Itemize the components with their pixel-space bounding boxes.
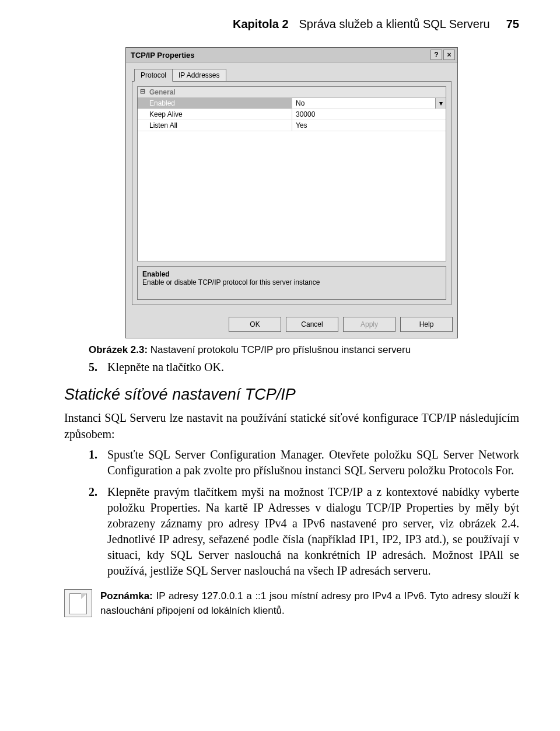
tab-ip-addresses[interactable]: IP Addresses — [172, 69, 226, 82]
step-1: 1. Spusťte SQL Server Configuration Mana… — [89, 447, 519, 478]
note-label: Poznámka: — [100, 590, 153, 601]
step-5: 5. Klepněte na tlačítko OK. — [89, 359, 519, 375]
step-2: 2. Klepněte pravým tlačítkem myši na mož… — [89, 484, 519, 579]
prop-row-enabled[interactable]: Enabled No ▾ — [138, 98, 446, 109]
cancel-button[interactable]: Cancel — [286, 317, 338, 332]
help-button[interactable]: Help — [400, 317, 453, 332]
note-text: Poznámka: IP adresy 127.0.0.1 a ::1 jsou… — [100, 589, 519, 618]
ok-button[interactable]: OK — [229, 317, 281, 332]
apply-button[interactable]: Apply — [343, 317, 396, 332]
tab-panel-protocol: General Enabled No ▾ Keep Alive 30000 Li… — [132, 81, 452, 305]
chapter-title: Správa služeb a klientů SQL Serveru — [299, 18, 490, 31]
prop-name: Enabled — [138, 98, 292, 109]
prop-row-listen-all[interactable]: Listen All Yes — [138, 120, 446, 131]
property-description: Enabled Enable or disable TCP/IP protoco… — [137, 266, 446, 300]
figure-text: Nastavení protokolu TCP/IP pro příslušno… — [150, 344, 411, 355]
tab-protocol[interactable]: Protocol — [134, 69, 173, 82]
prop-row-keep-alive[interactable]: Keep Alive 30000 — [138, 109, 446, 120]
help-icon[interactable]: ? — [430, 50, 442, 60]
property-grid: General Enabled No ▾ Keep Alive 30000 Li… — [137, 86, 446, 261]
dialog-button-row: OK Cancel Apply Help — [126, 311, 457, 338]
figure-label: Obrázek 2.3: — [89, 344, 148, 355]
page-header: Kapitola 2 Správa služeb a klientů SQL S… — [64, 18, 519, 31]
tabstrip: Protocol IP Addresses — [132, 69, 452, 82]
prop-value[interactable]: No ▾ — [292, 98, 446, 109]
step-number: 5. — [89, 359, 100, 375]
desc-text: Enable or disable TCP/IP protocol for th… — [142, 278, 441, 286]
desc-title: Enabled — [142, 270, 441, 278]
close-icon[interactable]: × — [443, 50, 455, 60]
section-general[interactable]: General — [138, 87, 446, 98]
prop-value[interactable]: Yes — [292, 120, 446, 131]
dialog-titlebar: TCP/IP Properties ? × — [126, 48, 457, 62]
figure-caption: Obrázek 2.3: Nastavení protokolu TCP/IP … — [89, 344, 519, 356]
note-block: Poznámka: IP adresy 127.0.0.1 a ::1 jsou… — [64, 589, 519, 618]
dialog-title: TCP/IP Properties — [131, 51, 195, 60]
prop-value[interactable]: 30000 — [292, 109, 446, 120]
page-number: 75 — [506, 18, 519, 31]
step-text: Klepněte na tlačítko OK. — [107, 359, 224, 375]
intro-paragraph: Instanci SQL Serveru lze nastavit na pou… — [64, 410, 519, 442]
chevron-down-icon[interactable]: ▾ — [435, 98, 446, 109]
step-text: Klepněte pravým tlačítkem myši na možnos… — [107, 484, 519, 579]
prop-name: Listen All — [138, 120, 292, 131]
tcpip-properties-dialog: TCP/IP Properties ? × Protocol IP Addres… — [125, 47, 458, 338]
prop-name: Keep Alive — [138, 109, 292, 120]
chapter-label: Kapitola 2 — [233, 18, 289, 31]
note-body: IP adresy 127.0.0.1 a ::1 jsou místní ad… — [100, 590, 519, 616]
step-number: 1. — [89, 447, 100, 478]
step-text: Spusťte SQL Server Configuration Manager… — [107, 447, 519, 478]
step-number: 2. — [89, 484, 100, 579]
section-heading: Statické síťové nastavení TCP/IP — [64, 386, 519, 404]
note-icon — [64, 589, 92, 617]
